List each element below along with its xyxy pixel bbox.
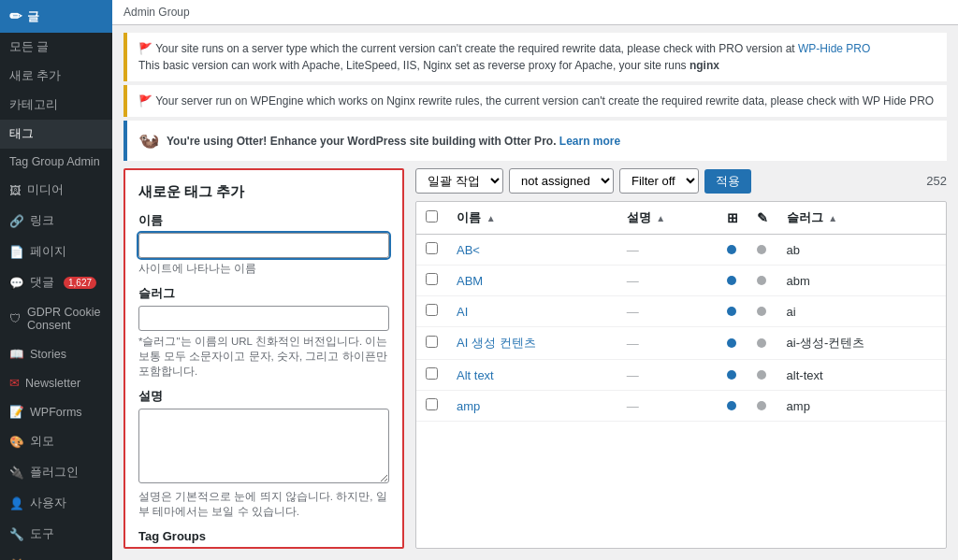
row-checkbox-0[interactable] [426,242,438,254]
row-name-cell: AB< [447,235,617,266]
tools-label: 도구 [30,526,54,542]
table-row: ABM — abm [416,266,946,296]
links-icon: 🔗 [9,214,24,228]
tags-table: 이름 ▲ 설명 ▲ ⊞ ✎ 슬러 [415,201,947,549]
tags-table-body: AB< — ab ABM — abm [416,235,946,422]
dot1-icon-4 [727,370,736,380]
dot1-icon-2 [727,307,736,316]
main-area: Admin Group 🚩 Your site runs on a server… [112,0,958,560]
tag-name-link-3[interactable]: AI 생성 컨텐츠 [457,336,536,350]
sidebar-nav-appearance[interactable]: 🎨 외모 [0,426,112,457]
tag-name-link-5[interactable]: amp [457,399,480,413]
notice-wphide2: 🚩 Your server run on WPEngine which work… [123,85,947,117]
select-all-checkbox[interactable] [426,210,438,223]
dot2-icon-0 [757,245,766,254]
otter-learn-more-link[interactable]: Learn more [559,135,620,148]
name-input[interactable] [138,233,389,258]
notices-area: 🚩 Your site runs on a server type which … [112,25,958,168]
notice1-link[interactable]: WP-Hide PRO [798,42,870,55]
sidebar-header-label: 글 [27,8,39,25]
row-description-cell: — [617,391,718,422]
wpforms-icon: 📝 [9,405,24,419]
tag-groups-select[interactable]: not assigned [138,547,230,549]
row-checkbox-cell [416,266,447,296]
row-checkbox-2[interactable] [426,304,438,316]
sidebar-nav-all-posts[interactable]: 모든 글 [0,33,112,62]
sidebar-nav-stories[interactable]: 📖 Stories [0,339,112,368]
notice-otter: 🦦 You're using Otter! Enhance your WordP… [123,121,947,161]
tag-name-link-4[interactable]: Alt text [457,368,494,382]
notice1-text2: This basic version can work with Apache,… [138,59,689,72]
row-dot1-cell [718,296,748,327]
row-name-cell: AI [447,296,617,327]
sidebar-nav-gdpr[interactable]: 🛡 GDPR Cookie Consent [0,298,112,339]
notice1-flag-icon: 🚩 [138,42,152,55]
row-dot2-cell [748,360,777,391]
tag-groups-section: Tag Groups not assigned [138,529,389,549]
header-name[interactable]: 이름 ▲ [447,202,617,235]
sidebar-nav-links[interactable]: 🔗 링크 [0,206,112,237]
sidebar-nav-comments[interactable]: 💬 댓글 1,627 [0,267,112,298]
wpforms-label: WPForms [30,406,82,419]
row-checkbox-4[interactable] [426,367,438,380]
tag-name-link-2[interactable]: AI [457,305,468,319]
users-label: 사용자 [30,495,66,511]
description-input[interactable] [138,409,389,483]
newsletter-label: Newsletter [25,377,80,390]
row-dot1-cell [718,360,748,391]
tag-groups-label: Tag Groups [138,529,389,543]
name-field: 이름 사이트에 나타나는 이름 [138,212,389,276]
gdpr-icon: 🛡 [9,312,22,325]
description-hint: 설명은 기본적으로 눈에 띄지 않습니다. 하지만, 일부 테마에서는 보일 수… [138,489,389,519]
stories-icon: 📖 [9,347,24,361]
row-checkbox-1[interactable] [426,273,438,285]
tag-name-link-1[interactable]: ABM [457,274,483,288]
description-label: 설명 [138,388,389,405]
row-checkbox-3[interactable] [426,336,438,348]
edit-icon: ✏ [9,7,22,25]
header-checkbox-col [416,202,447,235]
header-description[interactable]: 설명 ▲ [617,202,718,235]
sidebar-nav-plugins[interactable]: 🔌 플러그인 [0,457,112,488]
users-icon: 👤 [9,496,24,510]
slug-input[interactable] [138,306,389,331]
sidebar-nav-tags[interactable]: 태그 [0,120,112,149]
sidebar-nav-pages[interactable]: 📄 페이지 [0,237,112,267]
table-row: AB< — ab [416,235,946,266]
sidebar-nav-category[interactable]: 카테고리 [0,91,112,120]
otter-text: You're using Otter! Enhance your WordPre… [167,133,620,150]
slug-hint: *슬러그"는 이름의 URL 친화적인 버전입니다. 이는 보통 모두 소문자이… [138,334,389,379]
sidebar-nav-wpforms[interactable]: 📝 WPForms [0,397,112,426]
notice2-flag-icon: 🚩 [138,94,152,108]
admin-group-bar: Admin Group [112,0,958,25]
add-tag-title: 새로운 태그 추가 [138,183,389,201]
row-checkbox-5[interactable] [426,398,438,410]
filter-select[interactable]: Filter off [619,168,699,194]
apply-button[interactable]: 적용 [704,169,751,194]
name-hint: 사이트에 나타나는 이름 [138,261,389,276]
row-description-cell: — [617,360,718,391]
assigned-filter-select[interactable]: not assigned 모두 [509,168,614,194]
table-header-row: 이름 ▲ 설명 ▲ ⊞ ✎ 슬러 [416,202,946,235]
row-dot1-cell [718,235,748,266]
sidebar-nav-media[interactable]: 🖼 미디어 [0,175,112,206]
sidebar-nav-add-new[interactable]: 새로 추가 [0,62,112,91]
row-slug-cell: abm [777,266,946,296]
sidebar-nav-newsletter[interactable]: ✉ Newsletter [0,368,112,397]
admin-group-label: Admin Group [123,6,190,19]
row-description-cell: — [617,235,718,266]
row-dot2-cell [748,327,777,360]
sidebar-nav-users[interactable]: 👤 사용자 [0,488,112,519]
sidebar-nav-orbitfox[interactable]: 🦊 Orbit Fox [0,550,112,560]
row-dot2-cell [748,266,777,296]
dot1-icon-3 [727,338,736,348]
row-name-cell: Alt text [447,360,617,391]
row-checkbox-cell [416,391,447,422]
bulk-action-select[interactable]: 일괄 작업 삭제 [415,168,503,194]
sidebar-nav-tools[interactable]: 🔧 도구 [0,519,112,550]
tag-name-link-0[interactable]: AB< [457,243,480,257]
dot1-icon-1 [727,276,736,285]
header-slug[interactable]: 슬러그 ▲ [777,202,946,235]
links-label: 링크 [30,213,54,229]
sidebar-nav-tag-group-admin[interactable]: Tag Group Admin [0,149,112,175]
